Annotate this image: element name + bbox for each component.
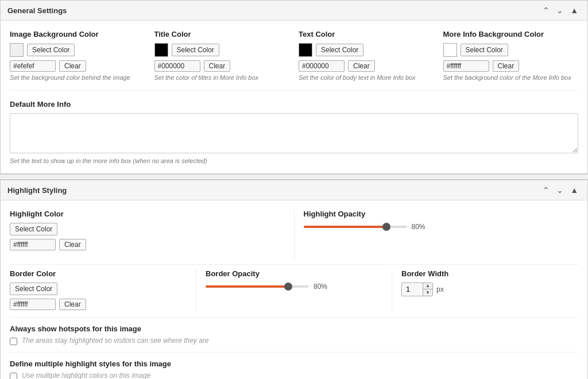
- title-color-hint: Set the color of titles in More Info box: [154, 74, 290, 81]
- define-multiple-checkbox[interactable]: [10, 373, 17, 379]
- highlight-opacity-slider: 80%: [304, 223, 579, 231]
- more-info-textarea[interactable]: [10, 113, 578, 153]
- text-color-btn-row: Select Color: [299, 43, 434, 57]
- border-width-up-btn[interactable]: ▲: [423, 283, 432, 289]
- general-up-btn[interactable]: ⌃: [540, 5, 552, 16]
- highlight-styling-panel: Highlight Styling ⌃ ⌄ ▲ Highlight Color …: [0, 180, 588, 379]
- highlight-styling-header: Highlight Styling ⌃ ⌄ ▲: [1, 180, 587, 200]
- highlight-styling-title: Highlight Styling: [7, 186, 67, 195]
- text-select-color-btn[interactable]: Select Color: [316, 44, 363, 56]
- text-color-field: Text Color Select Color Clear Set the co…: [299, 30, 443, 81]
- border-opacity-fill: [206, 285, 288, 288]
- more-info-bg-color-label: More Info Background Color: [443, 30, 579, 38]
- border-opacity-slider: 80%: [206, 283, 382, 291]
- border-color-label: Border Color: [10, 269, 187, 278]
- border-width-input-wrapper: ▲ ▼: [401, 283, 433, 296]
- default-more-info-section: Default More Info Set the text to show u…: [10, 100, 578, 164]
- border-color-section: Border Color Select Color Clear: [10, 269, 196, 312]
- border-width-unit: px: [436, 285, 444, 293]
- highlight-up-btn[interactable]: ⌃: [540, 185, 552, 195]
- title-color-swatch: [154, 43, 168, 57]
- highlight-select-color-btn[interactable]: Select Color: [10, 223, 57, 235]
- highlight-color-left: Highlight Color Select Color Clear: [10, 210, 295, 260]
- highlight-expand-btn[interactable]: ▲: [568, 185, 581, 195]
- image-bg-color-hint: Set the background color behind the imag…: [10, 74, 145, 81]
- image-bg-hex-input[interactable]: [10, 60, 56, 72]
- border-opacity-thumb[interactable]: [284, 283, 292, 291]
- highlight-hex-input[interactable]: [10, 239, 56, 250]
- border-color-value-row: Clear: [10, 299, 187, 310]
- always-show-hotspots-description: The areas stay highlighted so visitors c…: [22, 337, 209, 345]
- general-down-btn[interactable]: ⌄: [554, 5, 566, 16]
- define-multiple-section: Define multiple highlight styles for thi…: [10, 352, 578, 379]
- always-show-hotspots-row: The areas stay highlighted so visitors c…: [10, 337, 578, 345]
- color-fields-row: Image Background Color Select Color Clea…: [10, 30, 578, 91]
- more-info-bg-select-color-btn[interactable]: Select Color: [461, 44, 508, 56]
- image-bg-color-swatch: [10, 43, 24, 57]
- image-bg-select-color-btn[interactable]: Select Color: [27, 44, 75, 56]
- title-clear-btn[interactable]: Clear: [204, 60, 231, 72]
- highlight-opacity-section: Highlight Opacity 80%: [304, 210, 579, 238]
- define-multiple-title: Define multiple highlight styles for thi…: [10, 359, 578, 368]
- more-info-bg-color-btn-row: Select Color: [443, 43, 579, 57]
- panel-separator: [0, 174, 588, 180]
- default-more-info-label: Default More Info: [10, 100, 578, 109]
- general-settings-panel: General Settings ⌃ ⌄ ▲ Image Background …: [0, 0, 588, 174]
- highlight-clear-btn[interactable]: Clear: [59, 239, 86, 250]
- border-color-btn-row: Select Color: [10, 283, 187, 295]
- general-settings-controls: ⌃ ⌄ ▲: [540, 5, 581, 16]
- highlight-opacity-label: Highlight Opacity: [304, 210, 579, 218]
- define-multiple-row: Use multiple highlight colors on this im…: [10, 372, 578, 379]
- border-width-down-btn[interactable]: ▼: [423, 289, 432, 296]
- border-width-input-row: ▲ ▼ px: [401, 283, 578, 296]
- define-multiple-description: Use multiple highlight colors on this im…: [22, 372, 150, 379]
- border-select-color-btn[interactable]: Select Color: [10, 283, 57, 295]
- title-hex-input[interactable]: [154, 60, 200, 72]
- more-info-bg-hex-input[interactable]: [443, 60, 489, 72]
- text-clear-btn[interactable]: Clear: [348, 60, 375, 72]
- highlight-styling-controls: ⌃ ⌄ ▲: [540, 185, 581, 195]
- general-settings-title: General Settings: [7, 6, 67, 15]
- title-color-value-row: Clear: [154, 60, 290, 72]
- image-bg-color-btn-row: Select Color: [10, 43, 145, 57]
- border-opacity-track[interactable]: [206, 285, 309, 288]
- highlight-opacity-thumb[interactable]: [382, 223, 390, 231]
- image-bg-color-label: Image Background Color: [10, 30, 145, 38]
- title-color-label: Title Color: [154, 30, 290, 38]
- highlight-color-opacity-row: Highlight Color Select Color Clear Highl…: [10, 210, 578, 260]
- title-color-field: Title Color Select Color Clear Set the c…: [154, 30, 299, 81]
- image-bg-clear-btn[interactable]: Clear: [59, 60, 86, 72]
- text-color-swatch: [299, 43, 312, 57]
- image-bg-color-field: Image Background Color Select Color Clea…: [10, 30, 154, 81]
- text-color-value-row: Clear: [299, 60, 434, 72]
- highlight-opacity-track[interactable]: [304, 226, 407, 228]
- more-info-bg-clear-btn[interactable]: Clear: [493, 60, 520, 72]
- more-info-hint: Set the text to show up in the more info…: [10, 157, 578, 164]
- highlight-opacity-fill: [304, 226, 386, 228]
- title-select-color-btn[interactable]: Select Color: [172, 44, 219, 56]
- text-hex-input[interactable]: [299, 60, 345, 72]
- always-show-hotspots-checkbox[interactable]: [10, 338, 17, 345]
- highlight-color-btn-row: Select Color: [10, 223, 285, 235]
- text-color-label: Text Color: [299, 30, 434, 38]
- more-info-bg-color-hint: Set the background color of the More Inf…: [443, 74, 579, 81]
- border-width-input[interactable]: [402, 284, 423, 295]
- highlight-color-label: Highlight Color: [10, 210, 285, 218]
- border-width-label: Border Width: [401, 269, 578, 278]
- always-show-hotspots-title: Always show hotspots for this image: [10, 324, 578, 333]
- general-expand-btn[interactable]: ▲: [568, 5, 581, 16]
- highlight-styling-body: Highlight Color Select Color Clear Highl…: [1, 200, 587, 379]
- highlight-opacity-value: 80%: [412, 223, 425, 231]
- border-hex-input[interactable]: [10, 299, 56, 310]
- general-settings-header: General Settings ⌃ ⌄ ▲: [1, 1, 587, 21]
- border-clear-btn[interactable]: Clear: [59, 299, 86, 310]
- more-info-bg-color-swatch: [443, 43, 457, 57]
- more-info-bg-color-value-row: Clear: [443, 60, 579, 72]
- border-opacity-section: Border Opacity 80%: [196, 269, 392, 312]
- border-width-spinner: ▲ ▼: [423, 283, 432, 296]
- border-row: Border Color Select Color Clear Border O…: [10, 264, 578, 312]
- highlight-opacity-right: Highlight Opacity 80%: [295, 210, 579, 260]
- highlight-down-btn[interactable]: ⌄: [554, 185, 566, 195]
- highlight-color-value-row: Clear: [10, 239, 285, 250]
- border-width-section: Border Width ▲ ▼ px: [392, 269, 578, 312]
